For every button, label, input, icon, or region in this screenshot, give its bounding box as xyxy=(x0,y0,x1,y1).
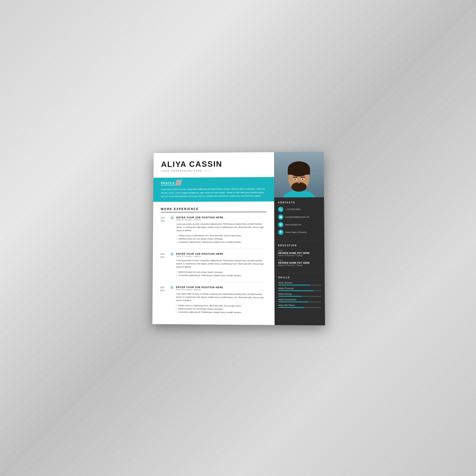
candidate-profession: YOUR PROFESSION HERE xyxy=(161,169,266,172)
job-title: ENTER YOUR JOB POSITION HERE xyxy=(176,253,267,255)
contact-location: United States of America xyxy=(278,230,321,235)
skill-bar-bg xyxy=(278,296,321,297)
skill-bar-bg xyxy=(278,285,321,286)
edu-school: Name of University / College xyxy=(278,255,321,257)
job-years: 2010 2014 xyxy=(160,216,168,244)
profile-label: PROFILE xyxy=(161,182,175,186)
profile-decorator xyxy=(175,180,182,186)
skill-name: Adobe InDesign xyxy=(278,293,321,295)
svg-rect-13 xyxy=(300,177,305,178)
skill-item: Adobe Dreamweaver xyxy=(278,299,321,303)
phone-icon xyxy=(278,207,283,212)
header-section: ALIYA CASSIN YOUR PROFESSION HERE xyxy=(153,152,274,176)
bullet-item: Porttitor lectus ut, pellentesque sem. M… xyxy=(176,234,267,237)
edu-degree: DEGREE NAME PUT HERE xyxy=(278,262,321,264)
contact-phone: +123 45678 9000 xyxy=(278,207,320,212)
job-company: Name of Company > Address xyxy=(176,255,267,258)
edu-entry: 2016 DEGREE NAME PUT HERE Name of Univer… xyxy=(278,250,321,257)
svg-rect-12 xyxy=(293,177,297,178)
job-company: Name of Company > Address xyxy=(176,219,267,221)
job-entry: 2010 2014 ENTER YOUR JOB POSITION HERE N… xyxy=(160,286,267,314)
education-section: EDUCATION 2016 DEGREE NAME PUT HERE Name… xyxy=(274,244,325,272)
location-icon xyxy=(278,230,284,235)
profile-text: Lorem ipsum dolor sit amet, consectetur … xyxy=(161,187,266,198)
web-text: www.example.com xyxy=(285,224,301,226)
job-years: 2010 2014 xyxy=(160,286,168,314)
job-content: ENTER YOUR JOB POSITION HERE Name of Com… xyxy=(176,286,267,314)
edu-school: Name of University / College xyxy=(278,264,321,267)
skill-bar-bg xyxy=(278,290,321,291)
skills-title: SKILLS xyxy=(278,276,321,279)
skill-item: Adobe InDesign xyxy=(278,293,321,297)
job-bullets: Porttitor lectus ut, pellentesque sem. M… xyxy=(176,234,267,244)
work-section-title: WORK EXPERIENCE xyxy=(161,207,267,212)
skill-bar-fill xyxy=(278,296,302,297)
skill-item: Adove After Effects xyxy=(278,304,321,308)
edu-entry: 2016 DEGREE NAME PUT HERE Name of Univer… xyxy=(278,259,321,267)
job-company: Name of Company > Address xyxy=(176,289,267,291)
email-icon xyxy=(278,214,283,220)
job-bullets: Porttitor lectus ut, pellentesque sem. M… xyxy=(176,304,267,315)
contact-email: examplemail@example.com xyxy=(278,214,320,220)
contacts-section: CONTACTS +123 45678 9000 xyxy=(274,197,324,240)
email-text: examplemail@example.com xyxy=(285,216,310,218)
skill-name: Adobe Dreamweaver xyxy=(278,299,321,301)
job-entry: 2010 2014 ENTER YOUR JOB POSITION HERE N… xyxy=(160,216,267,244)
skill-name: Adove After Effects xyxy=(278,304,321,307)
phone-text: +123 45678 9000 xyxy=(285,208,300,210)
bullet-item: Eleifend tincidunt orci sed semper tempo… xyxy=(176,271,267,274)
job-desc: Lorem ipsum dolor sit amet, consectetur … xyxy=(176,222,267,232)
job-content: ENTER YOUR JOB POSITION HERE Name of Com… xyxy=(176,216,267,244)
svg-rect-6 xyxy=(288,169,310,175)
job-desc: Lorem ipsum dolor sit amet, consectetur … xyxy=(176,259,267,269)
job-dot xyxy=(171,253,173,255)
job-dot xyxy=(171,217,174,219)
bullet-item: Eleifend tincidunt orci sed semper tempo… xyxy=(176,237,267,240)
job-dot xyxy=(170,286,173,289)
job-title: ENTER YOUR JOB POSITION HERE xyxy=(176,216,267,219)
right-column: CONTACTS +123 45678 9000 xyxy=(274,152,325,325)
job-content: ENTER YOUR JOB POSITION HERE Name of Com… xyxy=(176,253,267,277)
skill-item: Adobe Photoshop xyxy=(278,287,321,291)
resume-document: ALIYA CASSIN YOUR PROFESSION HERE PROFIL… xyxy=(152,152,325,325)
skill-bar-fill xyxy=(278,307,304,308)
contacts-title: CONTACTS xyxy=(278,201,320,204)
edu-year: 2016 xyxy=(278,250,321,252)
skill-bar-bg xyxy=(278,302,321,303)
location-text: United States of America xyxy=(285,231,306,233)
bullet-item: Consectetur adipiscing elit. Pellentesqu… xyxy=(176,274,267,277)
profile-section: PROFILE Lorem ipsum dolor sit amet, cons… xyxy=(153,177,274,202)
job-divider xyxy=(170,282,267,282)
right-divider-2 xyxy=(278,273,321,274)
skill-name: Adobe Photoshop xyxy=(278,287,321,289)
left-column: ALIYA CASSIN YOUR PROFESSION HERE PROFIL… xyxy=(152,152,274,325)
work-section: WORK EXPERIENCE 2010 2014 ENTER YOUR JOB… xyxy=(152,202,274,325)
candidate-name: ALIYA CASSIN xyxy=(161,160,267,168)
bullet-item: Consectetur adipiscing elit. Pellentesqu… xyxy=(176,241,267,244)
right-divider-1 xyxy=(278,241,321,241)
bullet-item: Consectetur adipiscing elit. Pellentesqu… xyxy=(176,310,267,314)
edu-degree: DEGREE NAME PUT HERE xyxy=(278,252,321,255)
job-desc: Lorem ipsum dolor sit amet, consectetur … xyxy=(176,292,267,303)
skills-section: SKILLS Adobe Illustrator Adobe Photoshop… xyxy=(274,276,325,314)
skill-item: Adobe Illustrator xyxy=(278,282,321,286)
skill-bar-fill xyxy=(278,285,310,286)
skill-bar-fill xyxy=(278,290,313,291)
photo-placeholder xyxy=(274,152,324,197)
web-icon xyxy=(278,222,283,227)
education-title: EDUCATION xyxy=(278,244,321,247)
skill-name: Adobe Illustrator xyxy=(278,282,321,284)
contact-web: www.example.com xyxy=(278,222,320,227)
job-entry: 2010 2014 ENTER YOUR JOB POSITION HERE N… xyxy=(160,253,267,277)
skill-bar-fill xyxy=(278,302,308,303)
job-years: 2010 2014 xyxy=(160,253,168,277)
profile-photo xyxy=(274,152,324,197)
job-bullets: Eleifend tincidunt orci sed semper tempo… xyxy=(176,271,267,277)
skill-bar-bg xyxy=(278,307,321,308)
